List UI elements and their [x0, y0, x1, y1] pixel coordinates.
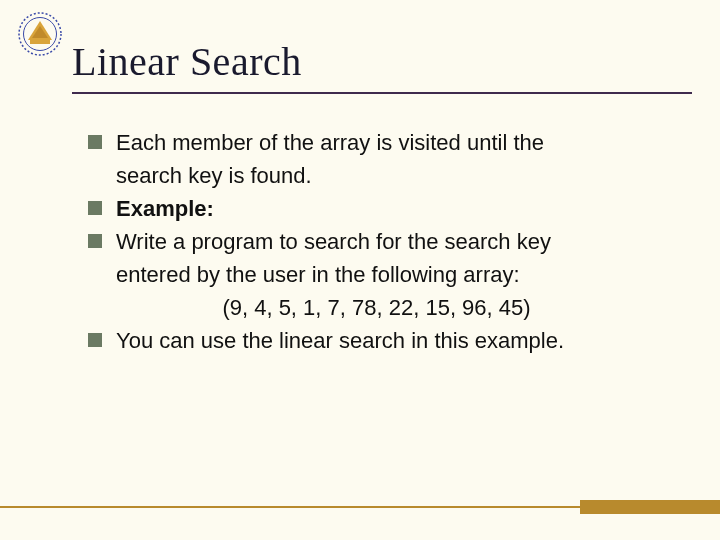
- bullet-3-text: Write a program to search for the search…: [116, 229, 551, 254]
- slide: Linear Search Each member of the array i…: [0, 0, 720, 540]
- institution-logo-icon: [18, 12, 62, 56]
- bullet-2-text: Example:: [116, 196, 214, 221]
- svg-rect-4: [30, 40, 50, 44]
- footer-accent-bar: [580, 500, 720, 514]
- bullet-4-text: You can use the linear search in this ex…: [116, 328, 564, 353]
- slide-body: Each member of the array is visited unti…: [88, 128, 693, 359]
- bullet-1-continuation: search key is found.: [88, 161, 693, 190]
- square-bullet-icon: [88, 135, 102, 149]
- bullet-3-continuation: entered by the user in the following arr…: [88, 260, 693, 289]
- bullet-item-1: Each member of the array is visited unti…: [88, 128, 693, 157]
- square-bullet-icon: [88, 234, 102, 248]
- square-bullet-icon: [88, 333, 102, 347]
- bullet-3-data-array: (9, 4, 5, 1, 7, 78, 22, 15, 96, 45): [60, 293, 665, 322]
- slide-title: Linear Search: [72, 38, 302, 85]
- bullet-item-4: You can use the linear search in this ex…: [88, 326, 693, 355]
- bullet-1-text: Each member of the array is visited unti…: [116, 130, 544, 155]
- title-underline: [72, 92, 692, 94]
- square-bullet-icon: [88, 201, 102, 215]
- bullet-item-2: Example:: [88, 194, 693, 223]
- bullet-item-3: Write a program to search for the search…: [88, 227, 693, 256]
